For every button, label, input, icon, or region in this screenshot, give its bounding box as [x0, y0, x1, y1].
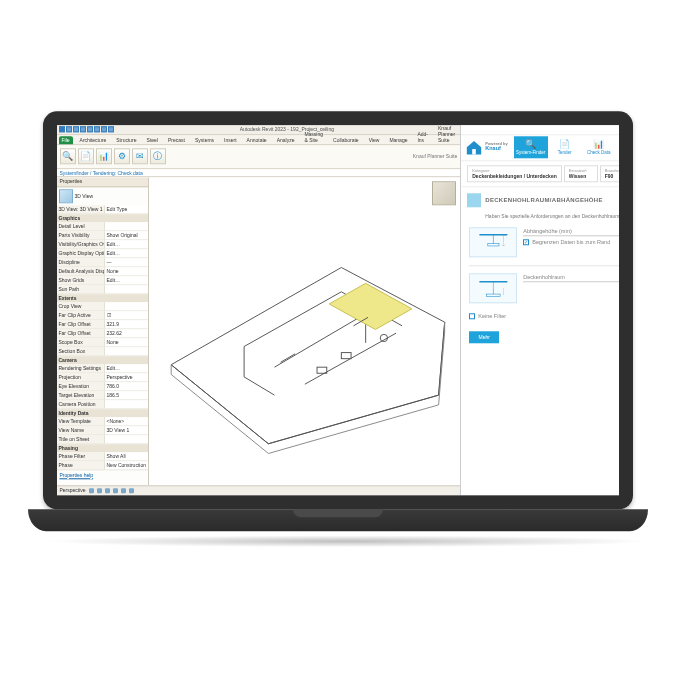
more-button[interactable]: Mehr	[469, 331, 499, 343]
prop-value[interactable]: ☑	[105, 311, 148, 319]
properties-row[interactable]: Phase FilterShow All	[57, 452, 148, 461]
ribbon-tab[interactable]: Architecture	[77, 136, 110, 144]
properties-row[interactable]: Parts VisibilityShow Original	[57, 231, 148, 240]
ribbon-button-mail[interactable]: ✉	[132, 148, 148, 164]
prop-value[interactable]: None	[105, 267, 148, 275]
properties-row[interactable]: Target Elevation186.5	[57, 391, 148, 400]
ribbon-button-chart[interactable]: 📊	[96, 148, 112, 164]
prop-value[interactable]: Show Original	[105, 231, 148, 239]
properties-row[interactable]: Graphic Display OptionsEdit…	[57, 249, 148, 258]
properties-row[interactable]: Eye Elevation786.0	[57, 382, 148, 391]
prop-value[interactable]: 232.62	[105, 329, 148, 337]
properties-row[interactable]: Far Clip Offset321.9	[57, 320, 148, 329]
properties-help-link[interactable]: Properties help	[57, 470, 148, 480]
properties-row[interactable]: ProjectionPerspective	[57, 373, 148, 382]
ribbon-tab[interactable]: Insert	[221, 136, 240, 144]
ribbon-tab[interactable]: Manage	[386, 136, 410, 144]
prop-value[interactable]: 786.0	[105, 382, 148, 390]
viewport-3d[interactable]	[149, 177, 461, 485]
properties-row[interactable]: Default Analysis DisplayNone	[57, 267, 148, 276]
ribbon-tab[interactable]: Massing & Site	[301, 130, 326, 144]
qat-sync-icon[interactable]	[108, 126, 114, 132]
ribbon-tab[interactable]: Knauf Planner Suite	[435, 125, 458, 144]
status-icon[interactable]	[129, 488, 134, 493]
ribbon-tab[interactable]: Analyze	[274, 136, 298, 144]
prop-value[interactable]: Perspective	[105, 373, 148, 381]
bottom-checkbox-row[interactable]: Keine Filter	[469, 313, 618, 319]
properties-row[interactable]: Discipline—	[57, 258, 148, 267]
ribbon-button-info[interactable]: ⓘ	[150, 148, 166, 164]
info-strip[interactable]: Systemfinder / Tendering: Check data	[57, 169, 461, 177]
prop-value[interactable]	[105, 435, 148, 443]
nav-settings[interactable]: ⚙Settings	[616, 136, 619, 158]
app-menu-icon[interactable]	[59, 126, 65, 132]
properties-row[interactable]: Far Clip Active☑	[57, 311, 148, 320]
prop-value[interactable]: Edit…	[105, 240, 148, 248]
ribbon-button-doc[interactable]: 📄	[78, 148, 94, 164]
nav-check-data[interactable]: 📊Check Data	[582, 136, 616, 158]
ribbon-tab[interactable]: Annotate	[244, 136, 270, 144]
prop-value[interactable]: 321.9	[105, 320, 148, 328]
properties-row[interactable]: Section Box	[57, 347, 148, 356]
properties-row[interactable]: View Template<None>	[57, 417, 148, 426]
qat-save-icon[interactable]	[73, 126, 79, 132]
prop-value[interactable]: None	[105, 338, 148, 346]
properties-row[interactable]: Scope BoxNone	[57, 338, 148, 347]
edit-type-button[interactable]: Edit Type	[105, 205, 148, 213]
ribbon-tab[interactable]: Systems	[192, 136, 217, 144]
qat-measure-icon[interactable]	[101, 126, 107, 132]
ribbon-tab-file[interactable]: File	[59, 136, 73, 144]
prop-value[interactable]: <None>	[105, 417, 148, 425]
ribbon-tab[interactable]: Steel	[144, 136, 161, 144]
prop-value[interactable]: 3D View 1	[105, 426, 148, 434]
checkbox-icon[interactable]	[469, 313, 475, 319]
checkbox-icon[interactable]	[523, 239, 529, 245]
qat-print-icon[interactable]	[94, 126, 100, 132]
qat-undo-icon[interactable]	[80, 126, 86, 132]
status-icon[interactable]	[121, 488, 126, 493]
nav-system-finder[interactable]: 🔍System-Finder	[514, 136, 548, 158]
qat-redo-icon[interactable]	[87, 126, 93, 132]
prop-value[interactable]: —	[105, 258, 148, 266]
crumb-category[interactable]: KategorieDeckenbekleidungen / Unterdecke…	[467, 165, 561, 182]
properties-type-selector[interactable]: 3D View	[57, 187, 148, 205]
ribbon-tab[interactable]: Add-Ins	[414, 130, 431, 144]
prop-value[interactable]	[105, 302, 148, 310]
properties-row[interactable]: Sun Path	[57, 285, 148, 294]
option-1-field[interactable]: Abhängehöhe (mm)	[523, 227, 618, 236]
ribbon-button-search[interactable]: 🔍	[60, 148, 76, 164]
status-icon[interactable]	[113, 488, 118, 493]
prop-value[interactable]: Show All	[105, 452, 148, 460]
properties-row[interactable]: Rendering SettingsEdit…	[57, 364, 148, 373]
prop-value[interactable]	[105, 400, 148, 408]
properties-row[interactable]: Camera Position	[57, 400, 148, 409]
crumb-fire[interactable]: BrandschutzF90	[600, 165, 619, 182]
status-icon[interactable]	[97, 488, 102, 493]
crumb-location[interactable]: EinsatzortWissen	[564, 165, 598, 182]
prop-value[interactable]: Edit…	[105, 276, 148, 284]
ribbon-tab[interactable]: View	[366, 136, 383, 144]
prop-value[interactable]	[105, 285, 148, 293]
ribbon-tab[interactable]: Structure	[113, 136, 139, 144]
properties-row[interactable]: PhaseNew Construction	[57, 461, 148, 470]
option-2-field[interactable]: Deckenhohlraum	[523, 273, 618, 282]
ribbon-button-settings[interactable]: ⚙	[114, 148, 130, 164]
prop-value[interactable]	[105, 222, 148, 230]
properties-row[interactable]: Far Clip Offset232.62	[57, 329, 148, 338]
properties-row[interactable]: Title on Sheet	[57, 435, 148, 444]
ribbon-tab[interactable]: Precast	[165, 136, 188, 144]
option-1-checkbox-row[interactable]: Begrenzen Daten bis zum Rand	[523, 239, 618, 245]
properties-row[interactable]: Show GridsEdit…	[57, 276, 148, 285]
properties-row[interactable]: Crop View	[57, 302, 148, 311]
prop-value[interactable]: 186.5	[105, 391, 148, 399]
nav-tender[interactable]: 📄Tender	[548, 136, 582, 158]
status-icon[interactable]	[89, 488, 94, 493]
properties-row[interactable]: Detail Level	[57, 222, 148, 231]
qat-open-icon[interactable]	[66, 126, 72, 132]
prop-value[interactable]: Edit…	[105, 249, 148, 257]
status-icon[interactable]	[105, 488, 110, 493]
prop-value[interactable]: Edit…	[105, 364, 148, 372]
prop-value[interactable]: New Construction	[105, 461, 148, 469]
prop-value[interactable]	[105, 347, 148, 355]
properties-row[interactable]: Visibility/Graphics Ove…Edit…	[57, 240, 148, 249]
